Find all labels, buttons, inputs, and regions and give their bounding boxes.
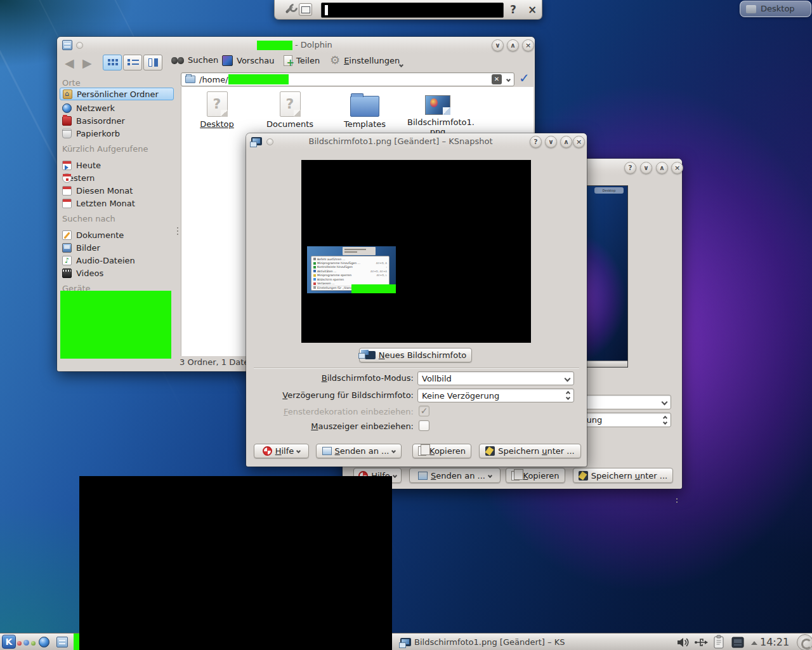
kde-menu-button[interactable]: K <box>2 635 16 649</box>
chevron-down-icon <box>296 449 301 453</box>
window-menu-button[interactable] <box>76 42 83 49</box>
preview-icon <box>222 55 233 66</box>
expand-tray-icon[interactable] <box>751 641 757 645</box>
share-label: Teilen <box>296 56 320 65</box>
activity-monitor-icon[interactable] <box>299 3 312 16</box>
location-dropdown-icon[interactable] <box>506 77 511 81</box>
sidebar-item-last-month[interactable]: Letzten Monat <box>60 197 174 209</box>
search-toolbar-button[interactable]: Suchen <box>171 55 218 65</box>
chevron-down-icon <box>662 399 668 406</box>
ksnapshot-app-icon[interactable] <box>251 137 262 145</box>
panel-cashew-icon[interactable] <box>797 634 812 650</box>
minimize-button[interactable]: ∨ <box>492 39 504 51</box>
sidebar-item-documents[interactable]: Dokumente <box>60 229 174 241</box>
help-button[interactable]: ? <box>506 2 521 17</box>
splitter-handle[interactable] <box>177 227 179 241</box>
mini-menu-label: Miniprogramme hinzufügen ... <box>317 262 360 265</box>
save-icon <box>485 446 495 456</box>
sidebar-item-trash[interactable]: Papierkorb <box>60 127 174 140</box>
mini-menu-label: Verlassen ... <box>317 282 334 285</box>
mini-menu-label: Aktivitäten ... <box>317 270 336 273</box>
details-view-button[interactable] <box>123 55 142 70</box>
tray-device-icon[interactable] <box>731 636 745 649</box>
minimize-button[interactable]: ∨ <box>545 136 557 148</box>
activity-dot-green-icon[interactable] <box>31 641 36 646</box>
sidebar-item-videos[interactable]: Videos <box>60 267 174 279</box>
activity-dot-blue-icon[interactable] <box>23 640 29 646</box>
dolphin-app-icon[interactable] <box>62 40 72 50</box>
sidebar-item-images[interactable]: Bilder <box>60 241 174 254</box>
clock[interactable]: 14:21 <box>760 636 789 648</box>
window-menu-button[interactable] <box>266 138 273 145</box>
columns-view-button[interactable] <box>143 55 162 70</box>
new-screenshot-button[interactable]: Neues Bildschirmfoto <box>359 348 472 362</box>
sidebar-item-yesterday[interactable]: Gestern <box>60 171 174 184</box>
sidebar-item-today[interactable]: Heute <box>60 159 174 171</box>
icons-view-button[interactable] <box>103 55 122 70</box>
sidebar-item-root[interactable]: Basisordner <box>60 114 174 127</box>
text-caret <box>325 5 328 15</box>
send-to-button[interactable]: Senden an ... <box>316 444 402 458</box>
desktop-folder-widget[interactable]: Desktop <box>740 1 811 17</box>
clipboard-icon[interactable] <box>713 635 724 649</box>
help-icon <box>263 446 272 456</box>
copy-button[interactable]: Kopieren <box>412 444 471 458</box>
delay-spinbox[interactable]: Keine Verzögerung <box>417 388 574 402</box>
location-bar[interactable]: /home/ ✕ <box>181 72 514 86</box>
volume-icon[interactable] <box>676 636 690 649</box>
settings-toolbar-button[interactable]: ⚙ Einstellungen <box>330 55 400 66</box>
wrench-options-icon[interactable] <box>284 4 294 15</box>
send-to-button[interactable]: Senden an ... <box>409 468 501 483</box>
close-button[interactable]: × <box>522 39 534 51</box>
file-item-screenshot[interactable]: Bildschirmfoto1. png <box>407 91 468 136</box>
location-path: /home/ <box>199 75 228 84</box>
dolphin-launcher-icon[interactable] <box>56 637 68 647</box>
close-button[interactable]: × <box>525 2 540 17</box>
sidebar-item-label: Audio-Dateien <box>76 256 135 265</box>
file-item-documents[interactable]: Documents <box>259 91 320 129</box>
calendar-icon <box>62 186 72 196</box>
close-button[interactable]: × <box>573 136 585 148</box>
spin-buttons[interactable] <box>566 392 570 399</box>
usb-device-icon[interactable] <box>694 636 709 649</box>
location-accept-icon[interactable]: ✓ <box>519 70 530 86</box>
preview-toolbar-button[interactable]: Vorschau <box>222 55 275 66</box>
save-as-button[interactable]: Speichern unter ... <box>479 444 581 458</box>
maximize-button[interactable]: ∧ <box>656 162 668 174</box>
maximize-button[interactable]: ∧ <box>560 136 572 148</box>
activity-dot-red-icon[interactable] <box>17 641 22 646</box>
trash-icon <box>62 129 72 138</box>
task-ksnapshot-icon[interactable] <box>400 638 411 646</box>
maximize-button[interactable]: ∧ <box>507 39 519 51</box>
browser-globe-icon[interactable] <box>39 637 49 647</box>
clear-location-icon[interactable]: ✕ <box>492 74 502 84</box>
sidebar-header-places: Orte <box>62 78 81 88</box>
sidebar-item-network[interactable]: Netzwerk <box>60 102 174 114</box>
sidebar-item-home[interactable]: Persönlicher Ordner <box>60 88 174 100</box>
file-item-desktop[interactable]: Desktop <box>187 91 247 129</box>
resize-handle[interactable] <box>676 498 678 503</box>
help-menu-button[interactable]: Hilfe <box>254 444 309 458</box>
mini-menu-label: Bildschirm sperren <box>317 278 344 281</box>
mode-combobox[interactable]: Vollbild <box>417 371 574 385</box>
save-as-button[interactable]: Speichern unter ... <box>573 468 673 483</box>
sidebar-item-this-month[interactable]: Diesen Monat <box>60 184 174 197</box>
minimize-button[interactable]: ∨ <box>640 162 652 174</box>
share-toolbar-button[interactable]: Teilen <box>284 55 320 66</box>
censored-title-text <box>257 41 292 50</box>
chevron-down-icon <box>399 63 403 67</box>
close-button[interactable]: × <box>671 162 683 174</box>
mini-desktop-widget: Desktop <box>594 187 624 194</box>
taskbar-window-button[interactable]: Bildschirmfoto1.png [Geändert] – KS <box>414 637 565 647</box>
help-button[interactable]: ? <box>624 162 636 174</box>
krunner-command-input[interactable] <box>321 3 504 18</box>
back-button[interactable]: ◀ <box>65 56 74 70</box>
sidebar-item-audio[interactable]: Audio-Dateien <box>60 254 174 267</box>
help-button[interactable]: ? <box>530 136 542 148</box>
forward-button[interactable]: ▶ <box>82 56 92 70</box>
screenshot-preview: Befehl ausführen ... Miniprogramme hinzu… <box>301 160 531 343</box>
file-item-templates[interactable]: Templates <box>334 91 395 129</box>
copy-button[interactable]: Kopieren <box>506 468 565 483</box>
pointer-checkbox[interactable] <box>419 420 429 431</box>
spin-buttons[interactable] <box>664 416 667 424</box>
